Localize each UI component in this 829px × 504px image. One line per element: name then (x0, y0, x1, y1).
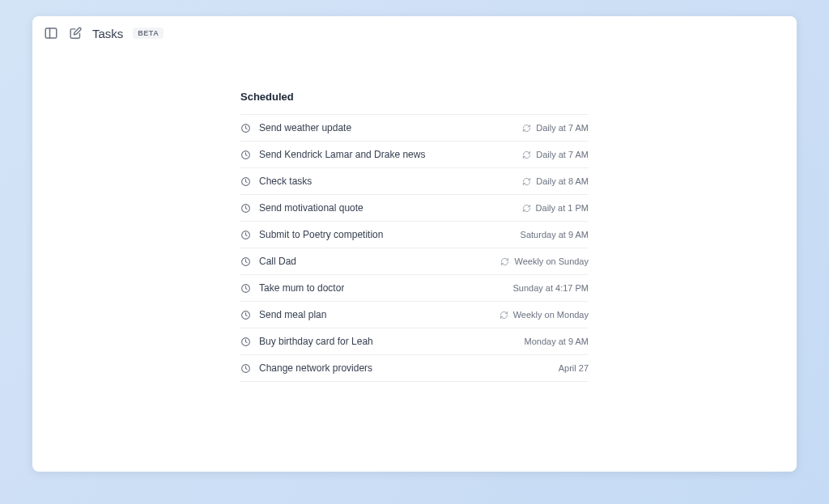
schedule-text: Daily at 8 AM (536, 176, 589, 186)
clock-icon (240, 203, 251, 214)
clock-icon (240, 310, 251, 320)
content-area: Scheduled Send weather updateDaily at 7 … (32, 50, 797, 472)
task-list: Send weather updateDaily at 7 AMSend Ken… (240, 114, 589, 382)
schedule-text: Saturday at 9 AM (521, 230, 589, 239)
clock-icon (240, 337, 251, 347)
clock-icon (240, 150, 251, 160)
task-row[interactable]: Send motivational quoteDaily at 1 PM (240, 195, 589, 222)
task-left: Take mum to doctor (240, 282, 512, 294)
task-title: Take mum to doctor (259, 282, 344, 294)
task-title: Change network providers (259, 362, 372, 374)
schedule-text: April 27 (559, 363, 589, 373)
svg-rect-0 (45, 28, 57, 38)
task-title: Send motivational quote (259, 202, 363, 214)
task-schedule: April 27 (559, 363, 589, 373)
task-title: Submit to Poetry competition (259, 229, 383, 240)
schedule-text: Daily at 7 AM (536, 123, 589, 133)
clock-icon (240, 283, 251, 294)
header: Tasks BETA (32, 16, 797, 50)
repeat-icon (500, 311, 508, 320)
schedule-text: Weekly on Monday (513, 310, 589, 320)
compose-icon[interactable] (68, 26, 83, 40)
task-left: Check tasks (240, 176, 522, 187)
task-row[interactable]: Take mum to doctorSunday at 4:17 PM (240, 275, 589, 302)
schedule-text: Daily at 7 AM (536, 150, 589, 159)
repeat-icon (522, 204, 531, 213)
task-left: Send weather update (240, 122, 522, 133)
task-left: Send meal plan (240, 309, 500, 320)
task-title: Buy birthday card for Leah (259, 336, 373, 347)
task-panel: Scheduled Send weather updateDaily at 7 … (240, 91, 589, 472)
task-row[interactable]: Send meal planWeekly on Monday (240, 302, 589, 328)
repeat-icon (522, 124, 531, 133)
clock-icon (240, 176, 251, 187)
clock-icon (240, 230, 251, 240)
task-schedule: Weekly on Sunday (500, 256, 589, 266)
schedule-text: Monday at 9 AM (525, 337, 589, 346)
repeat-icon (522, 177, 531, 186)
task-schedule: Weekly on Monday (500, 310, 589, 320)
task-schedule: Saturday at 9 AM (521, 230, 589, 239)
clock-icon (240, 256, 251, 267)
repeat-icon (500, 257, 509, 266)
task-row[interactable]: Check tasksDaily at 8 AM (240, 168, 589, 195)
task-row[interactable]: Send weather updateDaily at 7 AM (240, 114, 589, 142)
task-schedule: Daily at 7 AM (522, 123, 589, 133)
task-row[interactable]: Buy birthday card for LeahMonday at 9 AM (240, 328, 589, 355)
task-schedule: Sunday at 4:17 PM (512, 283, 589, 293)
task-title: Send Kendrick Lamar and Drake news (259, 149, 425, 160)
task-left: Send motivational quote (240, 202, 522, 214)
app-window: Tasks BETA Scheduled Send weather update… (32, 16, 797, 472)
task-row[interactable]: Change network providersApril 27 (240, 355, 589, 382)
task-title: Check tasks (259, 176, 312, 187)
section-title: Scheduled (240, 91, 589, 103)
task-left: Send Kendrick Lamar and Drake news (240, 149, 522, 160)
task-title: Send meal plan (259, 309, 326, 320)
task-row[interactable]: Call DadWeekly on Sunday (240, 248, 589, 275)
task-left: Buy birthday card for Leah (240, 336, 525, 347)
task-left: Call Dad (240, 256, 500, 267)
task-left: Submit to Poetry competition (240, 229, 521, 240)
task-left: Change network providers (240, 362, 559, 374)
task-title: Call Dad (259, 256, 296, 267)
schedule-text: Weekly on Sunday (514, 256, 589, 266)
task-schedule: Monday at 9 AM (525, 337, 589, 346)
beta-badge: BETA (133, 28, 164, 39)
sidebar-toggle-icon[interactable] (44, 26, 58, 40)
task-schedule: Daily at 7 AM (522, 150, 589, 159)
clock-icon (240, 363, 251, 374)
repeat-icon (522, 150, 531, 159)
task-schedule: Daily at 1 PM (522, 203, 589, 213)
page-title: Tasks (92, 27, 123, 40)
task-title: Send weather update (259, 122, 351, 133)
task-schedule: Daily at 8 AM (522, 176, 589, 186)
clock-icon (240, 123, 251, 133)
schedule-text: Daily at 1 PM (536, 203, 589, 213)
task-row[interactable]: Submit to Poetry competitionSaturday at … (240, 222, 589, 248)
schedule-text: Sunday at 4:17 PM (512, 283, 589, 293)
task-row[interactable]: Send Kendrick Lamar and Drake newsDaily … (240, 142, 589, 168)
